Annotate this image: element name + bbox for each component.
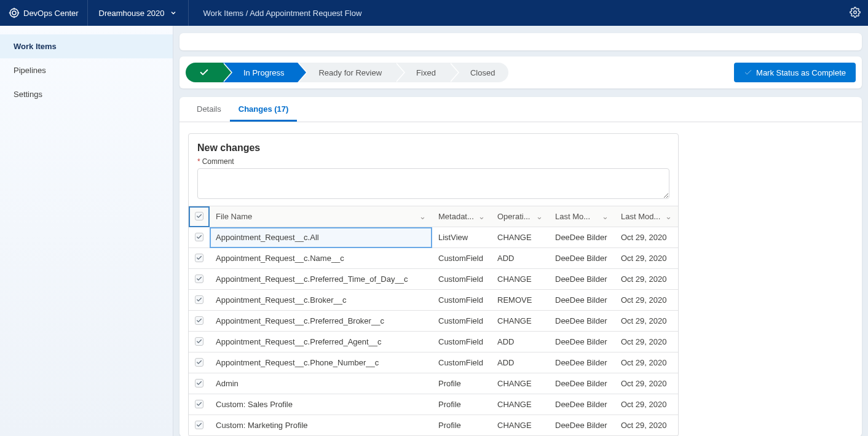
cell-meta: CustomField [432,248,491,269]
col-metadata[interactable]: Metadat...⌄ [432,206,491,227]
cell-date: Oct 29, 2020 [615,227,678,248]
cell-op: CHANGE [491,311,549,332]
tabs: Details Changes (17) [180,97,862,122]
cell-date: Oct 29, 2020 [615,290,678,311]
cell-file-name: Appointment_Request__c.Preferred_Time_of… [210,269,432,290]
cell-file-name: Appointment_Request__c.All [210,227,432,248]
stage-in-progress[interactable]: In Progress [223,63,298,82]
col-operation[interactable]: Operati...⌄ [491,206,549,227]
row-checkbox[interactable] [195,254,203,262]
cell-meta: Profile [432,373,491,394]
cell-meta: CustomField [432,290,491,311]
table-row[interactable]: Appointment_Request__c.Name__cCustomFiel… [189,248,678,269]
table-row[interactable]: Appointment_Request__c.Preferred_Agent__… [189,332,678,352]
cell-file-name: Appointment_Request__c.Preferred_Agent__… [210,332,432,352]
row-checkbox[interactable] [195,233,203,241]
cell-date: Oct 29, 2020 [615,415,678,436]
cell-op: CHANGE [491,269,549,290]
topbar: DevOps Center Dreamhouse 2020 Work Items… [0,0,868,26]
col-file-name[interactable]: File Name⌄ [210,206,432,227]
cell-file-name: Appointment_Request__c.Phone_Number__c [210,352,432,373]
breadcrumb: Work Items / Add Appointment Request Flo… [189,9,377,18]
table-row[interactable]: Custom: Marketing ProfileProfileCHANGEDe… [189,415,678,436]
chevron-down-icon[interactable]: ⌄ [536,212,543,221]
comment-label: *Comment [197,157,669,166]
row-checkbox[interactable] [195,421,203,429]
cell-by: DeeDee Bilder [549,394,615,415]
cell-date: Oct 29, 2020 [615,248,678,269]
cell-meta: Profile [432,415,491,436]
settings-icon[interactable] [850,7,861,20]
app-name: DevOps Center [23,9,79,18]
select-all-checkbox[interactable] [195,212,203,220]
cell-meta: ListView [432,227,491,248]
svg-point-0 [12,11,16,15]
new-changes-panel: New changes *Comment [188,133,679,436]
cell-by: DeeDee Bilder [549,311,615,332]
cell-by: DeeDee Bilder [549,290,615,311]
project-name: Dreamhouse 2020 [99,9,165,18]
stage-card: In ProgressReady for ReviewFixedClosed M… [180,56,862,88]
table-row[interactable]: Appointment_Request__c.AllListViewCHANGE… [189,227,678,248]
row-checkbox[interactable] [195,337,203,346]
cell-date: Oct 29, 2020 [615,352,678,373]
sidebar-item-pipelines[interactable]: Pipelines [0,58,173,82]
cell-date: Oct 29, 2020 [615,269,678,290]
chevron-down-icon [170,9,177,17]
comment-input[interactable] [197,168,669,199]
svg-point-1 [10,9,18,17]
panel-title: New changes [197,142,669,154]
chevron-down-icon[interactable]: ⌄ [419,212,426,221]
devops-icon [9,7,20,18]
table-row[interactable]: Appointment_Request__c.Broker__cCustomFi… [189,290,678,311]
project-dropdown[interactable]: Dreamhouse 2020 [88,0,189,26]
cell-op: ADD [491,332,549,352]
table-row[interactable]: Appointment_Request__c.Preferred_Broker_… [189,311,678,332]
cell-op: CHANGE [491,373,549,394]
row-checkbox[interactable] [195,400,203,408]
cell-op: CHANGE [491,415,549,436]
cell-file-name: Appointment_Request__c.Preferred_Broker_… [210,311,432,332]
col-last-modified-by[interactable]: Last Mo...⌄ [549,206,615,227]
row-checkbox[interactable] [195,274,203,283]
cell-file-name: Admin [210,373,432,394]
stage-ready-for-review[interactable]: Ready for Review [298,63,395,82]
stage-path: In ProgressReady for ReviewFixedClosed [186,63,728,82]
cell-op: REMOVE [491,290,549,311]
chevron-down-icon[interactable]: ⌄ [665,212,672,221]
chevron-down-icon[interactable]: ⌄ [478,212,485,221]
mark-complete-button[interactable]: Mark Status as Complete [734,63,856,82]
cell-file-name: Appointment_Request__c.Broker__c [210,290,432,311]
cell-meta: CustomField [432,352,491,373]
mark-complete-label: Mark Status as Complete [756,68,846,77]
tab-details[interactable]: Details [188,97,230,122]
table-row[interactable]: AdminProfileCHANGEDeeDee BilderOct 29, 2… [189,373,678,394]
cell-file-name: Custom: Sales Profile [210,394,432,415]
row-checkbox[interactable] [195,295,203,304]
cell-date: Oct 29, 2020 [615,373,678,394]
row-checkbox[interactable] [195,316,203,325]
check-icon [744,68,752,77]
row-checkbox[interactable] [195,379,203,387]
col-last-modified-date[interactable]: Last Mod...⌄ [615,206,678,227]
cell-by: DeeDee Bilder [549,373,615,394]
table-row[interactable]: Appointment_Request__c.Phone_Number__cCu… [189,352,678,373]
sidebar-item-settings[interactable]: Settings [0,82,173,106]
select-all-header[interactable] [189,206,210,227]
sidebar-item-work-items[interactable]: Work Items [0,34,173,58]
stage-done[interactable] [186,63,223,82]
cell-date: Oct 29, 2020 [615,394,678,415]
table-row[interactable]: Appointment_Request__c.Preferred_Time_of… [189,269,678,290]
table-row[interactable]: Custom: Sales ProfileProfileCHANGEDeeDee… [189,394,678,415]
changes-table: File Name⌄ Metadat...⌄ Operati...⌄ Last … [189,206,678,436]
cell-meta: Profile [432,394,491,415]
row-checkbox[interactable] [195,358,203,367]
sidebar: Work ItemsPipelinesSettings [0,26,173,436]
cell-file-name: Custom: Marketing Profile [210,415,432,436]
cell-by: DeeDee Bilder [549,352,615,373]
cell-op: CHANGE [491,394,549,415]
app-logo: DevOps Center [0,0,88,26]
tab-changes[interactable]: Changes (17) [230,97,298,122]
chevron-down-icon[interactable]: ⌄ [602,212,609,221]
svg-point-6 [854,10,857,14]
